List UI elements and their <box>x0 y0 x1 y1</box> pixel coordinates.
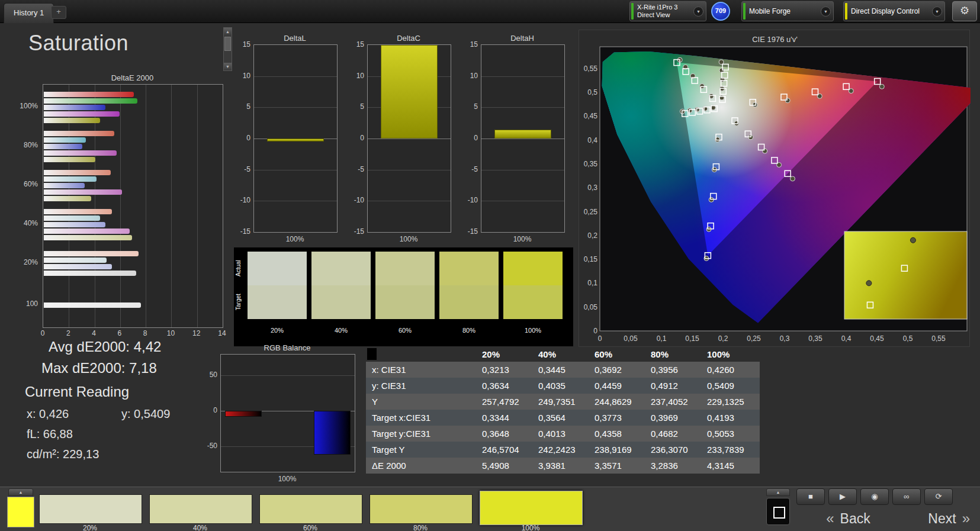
axis-tick-label: 0 <box>346 134 364 142</box>
table-cell: 0,4193 <box>703 413 760 423</box>
controls-expand-button[interactable]: ▲ <box>766 488 790 496</box>
axis-tick-label: -50 <box>199 442 217 450</box>
actual-row-label: Actual <box>235 252 245 285</box>
cie-diagram-panel: CIE 1976 u'v' 00,050,10,150,20,250,30,35… <box>579 30 970 347</box>
bottom-patch-swatch[interactable] <box>39 494 142 524</box>
swatch-label: 40% <box>311 327 371 334</box>
axis-tick-label: 0 <box>232 134 250 142</box>
back-label: Back <box>840 511 870 526</box>
deltae-bar <box>44 222 105 227</box>
table-cell: 0,5053 <box>703 429 760 439</box>
deltac-title: DeltaC <box>367 34 450 43</box>
table-cell: 0,3445 <box>535 365 591 375</box>
deltae-bar <box>44 105 105 110</box>
patch-expand-button[interactable]: ▲ <box>8 488 33 496</box>
chevron-down-icon[interactable]: ▼ <box>932 7 942 17</box>
deltal-title: DeltaL <box>253 34 336 43</box>
bottom-patch-swatch[interactable] <box>259 494 362 524</box>
delta-value-bar <box>381 45 438 139</box>
scroll-up-button[interactable]: ▲ <box>224 28 232 36</box>
scroll-down-button[interactable]: ▼ <box>224 63 232 70</box>
layout-scrollbar[interactable]: ▲ ▼ <box>223 27 232 71</box>
rgb-bar <box>225 411 262 417</box>
deltac-x-label: 100% <box>367 235 450 243</box>
bottom-patch-label: 60% <box>259 524 361 531</box>
table-cell: 0,4035 <box>535 381 591 391</box>
source-selector[interactable]: Mobile Forge ▼ <box>741 1 834 21</box>
tab-history-1[interactable]: History 1 <box>4 3 54 23</box>
axis-tick-label: 5 <box>346 102 364 111</box>
calman-app: History 1 + X-Rite i1Pro 3 Direct View ▼… <box>0 0 980 531</box>
next-button[interactable]: Next» <box>898 507 976 530</box>
top-bar: History 1 + X-Rite i1Pro 3 Direct View ▼… <box>0 0 980 23</box>
colorspace-badge[interactable]: 709 <box>711 2 730 21</box>
back-button[interactable]: «Back <box>793 507 897 530</box>
cie-1976-diagram <box>579 30 971 347</box>
table-cell: 0,4459 <box>591 381 647 391</box>
bottom-patch-swatch[interactable] <box>480 491 583 525</box>
grid-line <box>254 107 337 108</box>
settings-button[interactable]: ⚙ <box>952 1 977 21</box>
grid-line <box>368 139 451 139</box>
deltae-bar <box>44 264 112 269</box>
table-corner-cell <box>366 348 478 360</box>
axis-tick-label: -5 <box>460 165 478 173</box>
refresh-button[interactable]: ⟳ <box>924 488 953 505</box>
saturation-data-table: 20%40%60%80%100%x: CIE310,32130,34450,36… <box>366 346 760 474</box>
loop-button[interactable]: ∞ <box>892 488 921 505</box>
axis-tick-label: 60% <box>8 180 38 188</box>
chevron-down-icon[interactable]: ▼ <box>693 7 703 17</box>
table-cell: 0,3213 <box>478 365 535 375</box>
stop-button[interactable]: ■ <box>796 488 825 505</box>
axis-tick-label: -10 <box>346 196 364 204</box>
actual-swatch <box>439 252 499 285</box>
patch-display-toggle-button[interactable] <box>766 498 790 525</box>
bottom-patch-swatch[interactable] <box>149 494 252 524</box>
table-header-row: 20%40%60%80%100% <box>366 346 760 362</box>
back-chevron-icon: « <box>826 510 834 526</box>
deltae-bar <box>44 235 132 240</box>
avg-de2000-reading: Avg dE2000: 4,42 <box>49 339 161 355</box>
grid-line <box>481 170 564 170</box>
deltah-x-label: 100% <box>481 235 564 243</box>
axis-tick-label: 0,2 <box>714 334 732 343</box>
axis-tick-label: 10 <box>162 329 179 337</box>
axis-tick-label: 10 <box>460 72 478 80</box>
add-tab-button[interactable]: + <box>51 6 66 19</box>
deltal-x-label: 100% <box>253 235 336 243</box>
record-button[interactable]: ◉ <box>860 488 889 505</box>
deltae-bar <box>44 137 86 143</box>
table-cell: 237,4052 <box>647 397 703 407</box>
axis-tick-label: 80% <box>8 141 38 149</box>
deltae2000-x-axis: 02468101214 <box>0 329 272 337</box>
refresh-icon: ⟳ <box>936 492 942 501</box>
current-patch-window <box>7 497 34 527</box>
scroll-thumb[interactable] <box>224 37 231 51</box>
next-chevron-icon: » <box>962 510 970 526</box>
axis-tick-label: 0,45 <box>868 334 886 343</box>
grid-line <box>368 201 451 201</box>
table-cell: 0,3773 <box>591 413 647 423</box>
table-cell: 0,3956 <box>647 365 703 375</box>
actual-swatch <box>375 252 435 285</box>
bottom-patch-swatch[interactable] <box>369 494 473 524</box>
play-button[interactable]: ▶ <box>828 488 857 505</box>
square-outline-icon <box>773 507 785 519</box>
chevron-down-icon[interactable]: ▼ <box>821 7 831 17</box>
scroll-up-icon: ▲ <box>226 30 230 34</box>
axis-tick-label: -10 <box>232 196 250 204</box>
up-chevron-icon: ▲ <box>776 490 780 494</box>
deltae-bar <box>44 302 141 308</box>
deltae-bar <box>44 215 100 221</box>
axis-tick-label: 15 <box>460 40 478 49</box>
display-control-selector[interactable]: Direct Display Control ▼ <box>843 1 945 21</box>
axis-tick-label: 2 <box>59 329 77 337</box>
table-cell: 0,3564 <box>535 413 591 423</box>
table-cell: 238,9169 <box>591 445 647 455</box>
axis-tick-label: 4 <box>85 329 103 337</box>
bottom-patch-bar: ▲ ▲ ■ ▶ ◉ ∞ ⟳ «Back Next» 20%40%60%80%10… <box>0 487 980 531</box>
deltac-plot <box>367 44 451 233</box>
deltae-bar <box>44 170 111 175</box>
meter-selector[interactable]: X-Rite i1Pro 3 Direct View ▼ <box>629 1 706 21</box>
deltae2000-y-axis: 100%80%60%40%20%100 <box>8 84 39 327</box>
